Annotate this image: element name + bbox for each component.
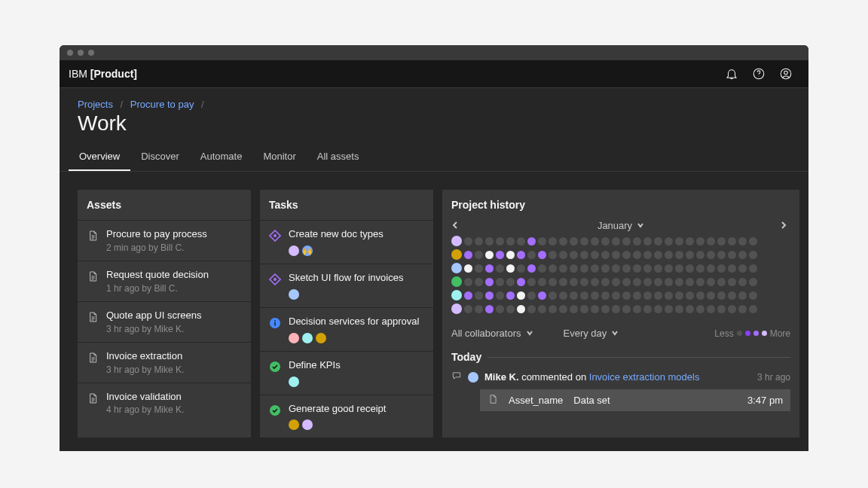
tab-discover[interactable]: Discover [130,143,190,171]
heatmap-cell[interactable] [633,251,641,259]
heatmap-cell[interactable] [601,264,610,273]
heatmap-cell[interactable] [622,237,631,246]
heatmap-cell[interactable] [643,291,652,300]
heatmap-cell[interactable] [475,305,483,313]
heatmap-cell[interactable] [464,251,472,259]
heatmap-cell[interactable] [728,305,736,313]
heatmap-cell[interactable] [728,264,736,273]
asset-row[interactable]: Invoice extraction 3 hr ago by Mike K. [78,342,251,383]
heatmap-cell[interactable] [496,291,504,300]
heatmap-cell[interactable] [665,278,673,286]
heatmap-cell[interactable] [538,291,546,300]
heatmap-cell[interactable] [686,264,694,273]
heatmap-cell[interactable] [496,305,504,313]
heatmap-cell[interactable] [675,278,683,286]
heatmap-cell[interactable] [665,251,673,259]
heatmap-cell[interactable] [506,291,515,300]
heatmap-cell[interactable] [601,291,610,300]
heatmap-cell[interactable] [686,278,694,286]
heatmap-cell[interactable] [612,251,620,259]
heatmap-cell[interactable] [717,264,726,273]
account-icon[interactable] [772,60,799,87]
heatmap-cell[interactable] [527,264,536,273]
heatmap-cell[interactable] [506,264,515,273]
heatmap-cell[interactable] [654,305,662,313]
heatmap-cell[interactable] [612,291,620,300]
prev-month[interactable] [451,220,462,231]
heatmap-cell[interactable] [654,264,662,273]
heatmap-cell[interactable] [570,291,578,300]
heatmap-cell[interactable] [464,264,472,273]
heatmap-cell[interactable] [738,305,747,313]
heatmap-cell[interactable] [738,237,747,246]
heatmap-cell[interactable] [738,291,747,300]
heatmap-cell[interactable] [728,251,736,259]
heatmap-cell[interactable] [728,237,736,246]
tab-monitor[interactable]: Monitor [252,143,306,171]
heatmap-cell[interactable] [506,237,515,246]
heatmap-cell[interactable] [622,264,631,273]
heatmap-cell[interactable] [559,291,567,300]
filter-collaborators[interactable]: All collaborators [451,328,533,339]
tab-all-assets[interactable]: All assets [307,143,370,171]
heatmap-cell[interactable] [601,278,610,286]
tab-automate[interactable]: Automate [190,143,253,171]
heatmap-cell[interactable] [749,278,757,286]
heatmap-cell[interactable] [559,251,567,259]
heatmap-cell[interactable] [517,264,525,273]
heatmap-cell[interactable] [633,305,641,313]
heatmap-cell[interactable] [580,305,588,313]
asset-row[interactable]: Request quote decision 1 hr ago by Bill … [78,261,251,301]
heatmap-cell[interactable] [696,278,704,286]
heatmap-cell[interactable] [580,264,588,273]
heatmap-cell[interactable] [654,237,662,246]
heatmap-cell[interactable] [654,251,662,259]
heatmap-cell[interactable] [728,291,736,300]
heatmap-cell[interactable] [728,278,736,286]
crumb-projects[interactable]: Projects [78,99,113,110]
heatmap-cell[interactable] [665,264,673,273]
heatmap-cell[interactable] [717,278,726,286]
heatmap-cell[interactable] [601,237,610,246]
heatmap-cell[interactable] [643,278,652,286]
heatmap-cell[interactable] [485,305,494,313]
heatmap-cell[interactable] [675,251,683,259]
heatmap-cell[interactable] [570,264,578,273]
heatmap-cell[interactable] [549,278,557,286]
heatmap-cell[interactable] [517,251,525,259]
activity-link[interactable]: Invoice extraction models [589,371,700,383]
heatmap-cell[interactable] [643,237,652,246]
heatmap-cell[interactable] [475,278,483,286]
heatmap-cell[interactable] [549,264,557,273]
heatmap-cell[interactable] [506,305,515,313]
heatmap-cell[interactable] [485,278,494,286]
heatmap-cell[interactable] [696,305,704,313]
task-row[interactable]: Sketch UI flow for invoices [260,264,433,307]
heatmap-cell[interactable] [696,264,704,273]
heatmap-cell[interactable] [570,251,578,259]
heatmap-cell[interactable] [506,278,515,286]
heatmap-cell[interactable] [538,251,546,259]
heatmap-cell[interactable] [559,264,567,273]
heatmap-cell[interactable] [538,305,546,313]
heatmap-cell[interactable] [549,291,557,300]
heatmap-cell[interactable] [622,291,631,300]
month-dropdown-icon[interactable] [637,220,644,231]
tab-overview[interactable]: Overview [69,143,130,171]
heatmap-cell[interactable] [580,278,588,286]
activity-asset-row[interactable]: Asset_name Data set 3:47 pm [480,389,790,411]
heatmap-cell[interactable] [749,305,757,313]
heatmap-cell[interactable] [686,237,694,246]
heatmap-cell[interactable] [717,251,726,259]
heatmap-cell[interactable] [496,278,504,286]
heatmap-cell[interactable] [675,291,683,300]
heatmap-cell[interactable] [749,264,757,273]
heatmap-cell[interactable] [475,237,483,246]
heatmap-cell[interactable] [527,237,536,246]
heatmap-cell[interactable] [654,291,662,300]
asset-row[interactable]: Invoice validation 4 hr ago by Mike K. [78,383,251,423]
heatmap-cell[interactable] [707,237,715,246]
heatmap-cell[interactable] [738,251,747,259]
heatmap-cell[interactable] [527,251,536,259]
heatmap-cell[interactable] [643,305,652,313]
